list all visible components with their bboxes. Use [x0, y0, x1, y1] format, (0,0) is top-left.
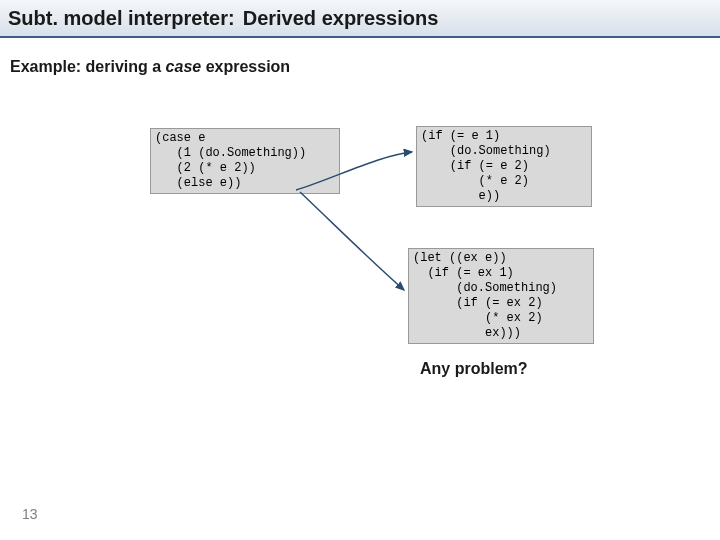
title-main: Derived expressions [243, 7, 439, 30]
subtitle-tail: expression [201, 58, 290, 75]
page-number: 13 [22, 506, 38, 522]
title-bar: Subt. model interpreter: Derived express… [0, 0, 720, 38]
code-box-let: (let ((ex e)) (if (= ex 1) (do.Something… [408, 248, 594, 344]
any-problem-text: Any problem? [420, 360, 528, 378]
example-subtitle: Example: deriving a case expression [10, 58, 290, 76]
code-box-case: (case e (1 (do.Something)) (2 (* e 2)) (… [150, 128, 340, 194]
slide: Subt. model interpreter: Derived express… [0, 0, 720, 540]
arrows [0, 0, 720, 540]
code-box-if: (if (= e 1) (do.Something) (if (= e 2) (… [416, 126, 592, 207]
title-prefix: Subt. model interpreter: [8, 7, 235, 30]
subtitle-lead: Example: deriving a [10, 58, 166, 75]
subtitle-em: case [166, 58, 202, 75]
